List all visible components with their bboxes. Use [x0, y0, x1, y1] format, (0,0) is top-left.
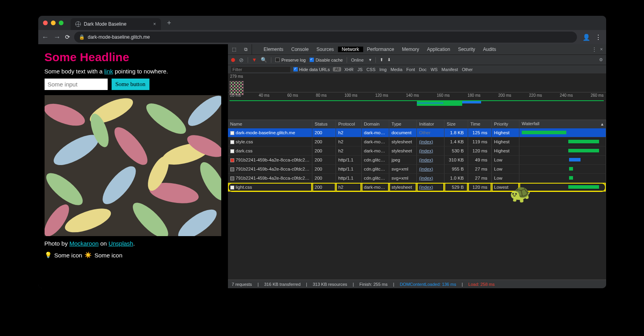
devtools-tabs: ⬚ ⧉ ElementsConsoleSourcesNetworkPerform… — [228, 44, 606, 54]
filter-type-manifest[interactable]: Manifest — [442, 67, 458, 72]
close-tab-button[interactable]: × — [153, 21, 156, 27]
close-window-button[interactable] — [43, 21, 48, 25]
device-toggle-button[interactable]: ⧉ — [240, 44, 252, 54]
devtools-tab-console[interactable]: Console — [287, 47, 313, 52]
credit-link-site[interactable]: Unsplash — [108, 240, 133, 247]
filter-type-doc[interactable]: Doc — [419, 67, 427, 72]
download-icon[interactable]: ⬇ — [387, 57, 391, 62]
traffic-lights — [43, 21, 63, 25]
some-button[interactable]: Some button — [112, 79, 149, 90]
table-row[interactable]: 791b2241-459b-4a2e-8cca-c0fdc2…200http/1… — [228, 174, 606, 183]
photo — [45, 94, 221, 236]
disable-cache-checkbox[interactable]: Disable cache — [310, 58, 343, 62]
sun-icon: ☀️ — [84, 252, 92, 259]
column-header-protocol[interactable]: Protocol — [336, 120, 361, 128]
browser-menu-button[interactable]: ⋮ — [595, 34, 601, 41]
inspect-button[interactable]: ⬚ — [228, 44, 240, 54]
table-row[interactable]: light.css200h2dark-mo…stylesheet(index)5… — [228, 183, 606, 192]
url-input[interactable]: 🔒 dark-mode-baseline.glitch.me — [74, 32, 577, 43]
devtools-tab-network[interactable]: Network — [338, 47, 363, 52]
devtools-tab-security[interactable]: Security — [454, 47, 479, 52]
column-header-domain[interactable]: Domain — [361, 120, 389, 128]
reload-button[interactable]: ⟳ — [65, 34, 70, 41]
filter-type-js[interactable]: JS — [358, 67, 363, 72]
new-tab-button[interactable]: + — [164, 19, 175, 27]
maximize-window-button[interactable] — [59, 21, 63, 25]
table-row[interactable]: dark.css200h2dark-mo…stylesheet(index)53… — [228, 146, 606, 156]
headline: Some Headline — [45, 51, 221, 64]
clear-button[interactable]: ⊘ — [239, 57, 244, 63]
filter-type-font[interactable]: Font — [406, 67, 415, 72]
table-row[interactable]: dark-mode-baseline.glitch.me200h2dark-mo… — [228, 128, 606, 137]
devtools-tab-performance[interactable]: Performance — [363, 47, 398, 52]
icon-row: 💡 Some icon ☀️ Some icon — [45, 252, 221, 259]
minimize-window-button[interactable] — [51, 21, 56, 25]
table-row[interactable]: style.css200h2dark-mo…stylesheet(index)1… — [228, 137, 606, 146]
column-header-time[interactable]: Time — [468, 120, 491, 128]
overview-duration: 279 ms — [228, 73, 246, 79]
settings-gear-icon[interactable]: ⚙ — [599, 57, 603, 62]
back-button[interactable]: ← — [41, 33, 49, 41]
filter-type-css[interactable]: CSS — [366, 67, 375, 72]
forward-button[interactable]: → — [53, 33, 61, 41]
browser-tab[interactable]: Dark Mode Baseline × — [71, 18, 161, 30]
text-input[interactable] — [45, 79, 108, 90]
profile-button[interactable]: 👤 — [582, 34, 590, 41]
devtools-close-button[interactable]: × — [600, 47, 603, 52]
filter-type-img[interactable]: Img — [379, 67, 386, 72]
summary-finish: Finish: 255 ms — [359, 282, 388, 287]
search-icon[interactable]: 🔍 — [261, 57, 267, 63]
throttle-select[interactable]: Online▾ — [351, 57, 371, 62]
column-header-waterfall[interactable]: Waterfall ▴ — [519, 120, 606, 128]
address-bar: ← → ⟳ 🔒 dark-mode-baseline.glitch.me 👤 ⋮ — [38, 30, 606, 44]
filter-toggle-icon[interactable]: ▼ — [252, 57, 257, 63]
devtools-tab-elements[interactable]: Elements — [260, 47, 287, 52]
body-link[interactable]: link — [104, 68, 113, 75]
network-summary: 7 requests | 316 KB transferred | 313 KB… — [228, 280, 606, 288]
column-header-type[interactable]: Type — [389, 120, 416, 128]
hide-data-urls-checkbox[interactable]: Hide data URLs — [293, 67, 330, 72]
body-text: Some body text with a link pointing to n… — [45, 68, 221, 75]
globe-icon — [75, 21, 81, 27]
credit-link-author[interactable]: Mockaroon — [69, 240, 99, 247]
column-header-size[interactable]: Size — [444, 120, 468, 128]
filter-type-ws[interactable]: WS — [431, 67, 438, 72]
devtools-tab-audits[interactable]: Audits — [479, 47, 500, 52]
summary-load: Load: 258 ms — [469, 282, 495, 287]
table-row[interactable]: 791b2241-459b-4a2e-8cca-c0fdc2…200http/1… — [228, 156, 606, 165]
filter-input[interactable]: Filter — [231, 67, 290, 72]
timeline-axis[interactable]: 20 ms40 ms60 ms80 ms100 ms120 ms140 ms16… — [228, 92, 606, 120]
devtools-tab-memory[interactable]: Memory — [398, 47, 423, 52]
filter-type-all[interactable]: All — [333, 67, 341, 71]
browser-window: Dark Mode Baseline × + ← → ⟳ 🔒 dark-mode… — [38, 16, 606, 288]
column-header-initiator[interactable]: Initiator — [416, 120, 444, 128]
photo-credit: Photo by Mockaroon on Unsplash. — [45, 240, 221, 247]
preserve-log-checkbox[interactable]: Preserve log — [275, 58, 306, 62]
devtools-panel: ⬚ ⧉ ElementsConsoleSourcesNetworkPerform… — [228, 44, 606, 288]
summary-dcl: DOMContentLoaded: 136 ms — [400, 282, 456, 287]
devtools-tab-sources[interactable]: Sources — [313, 47, 338, 52]
icon-label-2: Some icon — [94, 252, 122, 259]
column-header-status[interactable]: Status — [312, 120, 336, 128]
filter-type-other[interactable]: Other — [462, 67, 473, 72]
lock-icon: 🔒 — [79, 34, 85, 40]
record-button[interactable] — [231, 58, 235, 62]
network-table[interactable]: NameStatusProtocolDomainTypeInitiatorSiz… — [228, 120, 606, 280]
column-header-priority[interactable]: Priority — [491, 120, 519, 128]
column-header-name[interactable]: Name — [228, 120, 312, 128]
summary-requests: 7 requests — [232, 282, 252, 287]
overview-strip[interactable]: 279 ms — [228, 73, 606, 92]
filter-type-xhr[interactable]: XHR — [344, 67, 353, 72]
icon-label-1: Some icon — [54, 252, 82, 259]
tab-title: Dark Mode Baseline — [84, 21, 127, 27]
devtools-menu-button[interactable]: ⋮ — [592, 47, 597, 52]
titlebar: Dark Mode Baseline × + — [38, 16, 606, 30]
devtools-tab-application[interactable]: Application — [423, 47, 454, 52]
upload-icon[interactable]: ⬆ — [380, 57, 383, 62]
url-text: dark-mode-baseline.glitch.me — [88, 34, 150, 40]
table-row[interactable]: 791b2241-459b-4a2e-8cca-c0fdc2…200http/1… — [228, 165, 606, 174]
filter-type-media[interactable]: Media — [390, 67, 402, 72]
summary-transferred: 316 KB transferred — [264, 282, 301, 287]
summary-resources: 313 KB resources — [313, 282, 347, 287]
network-toolbar: ⊘ ▼ 🔍 Preserve log Disable cache Online▾… — [228, 54, 606, 65]
